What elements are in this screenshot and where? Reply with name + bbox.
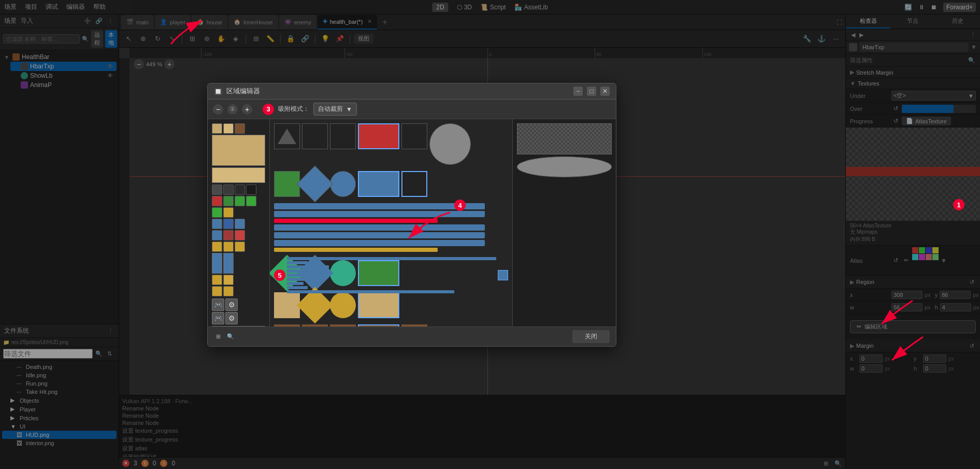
hbar-2[interactable]	[274, 211, 485, 217]
color-blue3[interactable]	[235, 219, 245, 229]
sprite-brown-sq4[interactable]	[401, 324, 427, 326]
color-dark4[interactable]	[246, 184, 256, 195]
color-y4[interactable]	[235, 241, 245, 252]
sprite-large-tan[interactable]	[212, 135, 265, 166]
sprite-gray-circle[interactable]	[429, 123, 471, 165]
color-y1[interactable]	[223, 207, 234, 218]
dialog-maximize-btn[interactable]: □	[587, 87, 596, 96]
hbar-5[interactable]	[274, 240, 485, 246]
sprite-empty2[interactable]	[330, 123, 356, 149]
color-y7[interactable]	[212, 286, 222, 296]
sprite-green-sq[interactable]	[274, 171, 300, 197]
color-brown1[interactable]	[235, 123, 245, 134]
color-b4[interactable]	[212, 230, 222, 240]
small-icon3[interactable]: 🎮	[212, 312, 224, 324]
sprite-empty3[interactable]	[401, 123, 427, 149]
sprite-outline-sq[interactable]	[401, 171, 427, 197]
color-y6[interactable]	[223, 275, 234, 285]
annotation-5: 5	[274, 269, 285, 281]
dialog-bottom-icon2[interactable]: 🔍	[226, 333, 235, 341]
hbar-yellow[interactable]	[274, 248, 438, 252]
sprite-tan-rect[interactable]	[358, 292, 399, 318]
color-dark2[interactable]	[223, 184, 234, 195]
sprite-brown-sq2[interactable]	[302, 324, 328, 326]
dialog-circle-preview	[517, 157, 612, 177]
snap-dropdown[interactable]: 自动裁剪 ▼	[313, 103, 357, 116]
hbar-3[interactable]	[274, 224, 485, 231]
color-y5[interactable]	[212, 275, 222, 285]
dialog-title: 🔲 区域编辑器	[214, 87, 260, 96]
region-editor-dialog: 🔲 区域编辑器 − □ ✕ − ① + 3 吸附模式： 自动裁剪 ▼	[207, 83, 616, 347]
dialog-atlas-preview	[517, 123, 612, 154]
tall-blue2[interactable]	[223, 253, 234, 274]
color-dark3[interactable]	[235, 184, 245, 195]
color-green3[interactable]	[246, 196, 256, 206]
sprite-red-rect[interactable]	[358, 123, 399, 149]
dialog-overlay: 🔲 区域编辑器 − □ ✕ − ① + 3 吸附模式： 自动裁剪 ▼	[0, 0, 980, 469]
small-icon4[interactable]: ⚙	[225, 312, 238, 324]
sprite-brown-rect[interactable]	[358, 324, 399, 326]
color-tan2[interactable]	[223, 123, 234, 134]
dialog-main-area: 5	[270, 119, 512, 326]
sprite-tan-circle[interactable]	[330, 292, 356, 318]
tall-blue1[interactable]	[212, 253, 222, 274]
dialog-right-strip	[512, 119, 616, 326]
color-green2[interactable]	[235, 196, 245, 206]
dialog-zoom-out[interactable]: −	[213, 104, 223, 115]
small-icon2[interactable]: ⚙	[225, 299, 238, 311]
dialog-body: 🎮 ⚙ 🎮 ⚙	[208, 119, 616, 326]
dialog-close-footer-btn[interactable]: 关闭	[572, 330, 610, 343]
color-tan1[interactable]	[212, 123, 222, 134]
color-y2[interactable]	[212, 241, 222, 252]
hbar-4[interactable]	[274, 232, 485, 238]
sprite-tan-sq1[interactable]	[274, 292, 300, 318]
dialog-icon: 🔲	[214, 88, 222, 95]
dialog-footer: ⊞ 🔍 关闭	[208, 326, 616, 346]
sprite-blue-diamond[interactable]	[297, 166, 334, 203]
dialog-titlebar: 🔲 区域编辑器 − □ ✕	[208, 83, 616, 100]
arrow-annotation-3	[166, 16, 207, 47]
hbar-red[interactable]	[274, 219, 438, 223]
sprite-dark-tri[interactable]	[274, 123, 300, 149]
sprite-blue-rect[interactable]	[358, 171, 399, 197]
dialog-bottom-icons: ⊞ 🔍	[214, 333, 235, 341]
sprite-empty1[interactable]	[302, 123, 328, 149]
color-r3[interactable]	[235, 230, 245, 240]
sprite-tan-half[interactable]	[212, 167, 265, 183]
dialog-close-btn[interactable]: ✕	[600, 87, 610, 96]
sprite-small-sq[interactable]	[498, 270, 508, 280]
color-blue2[interactable]	[223, 219, 234, 229]
color-red1[interactable]	[212, 196, 222, 206]
dialog-zoom-reset[interactable]: ①	[227, 104, 238, 115]
color-g1[interactable]	[212, 207, 222, 218]
dialog-controls: − □ ✕	[573, 87, 610, 96]
dialog-title-text: 区域编辑器	[226, 87, 260, 96]
sprite-brown-sq3[interactable]	[330, 324, 356, 326]
dialog-bottom-icon1[interactable]: ⊞	[214, 333, 222, 341]
color-r2[interactable]	[223, 230, 234, 240]
color-y8[interactable]	[223, 286, 234, 296]
color-y3[interactable]	[223, 241, 234, 252]
sprite-brown-sq1[interactable]	[274, 324, 300, 326]
dialog-zoom-in[interactable]: +	[242, 104, 252, 115]
snap-label: 吸附模式：	[278, 105, 309, 113]
dialog-toolbar: − ① + 3 吸附模式： 自动裁剪 ▼	[208, 100, 616, 119]
small-icon1[interactable]: 🎮	[212, 299, 224, 311]
annotation-3: 3	[263, 104, 274, 115]
snap-arrow: ▼	[346, 106, 352, 113]
color-green1[interactable]	[223, 196, 234, 206]
dialog-minimize-btn[interactable]: −	[573, 87, 583, 96]
color-blue1[interactable]	[212, 219, 222, 229]
color-dark1[interactable]	[212, 184, 222, 195]
dialog-left-strip: 🎮 ⚙ 🎮 ⚙	[208, 119, 270, 326]
hbar-1[interactable]	[274, 203, 485, 209]
sprite-blue-circle[interactable]	[330, 171, 356, 197]
